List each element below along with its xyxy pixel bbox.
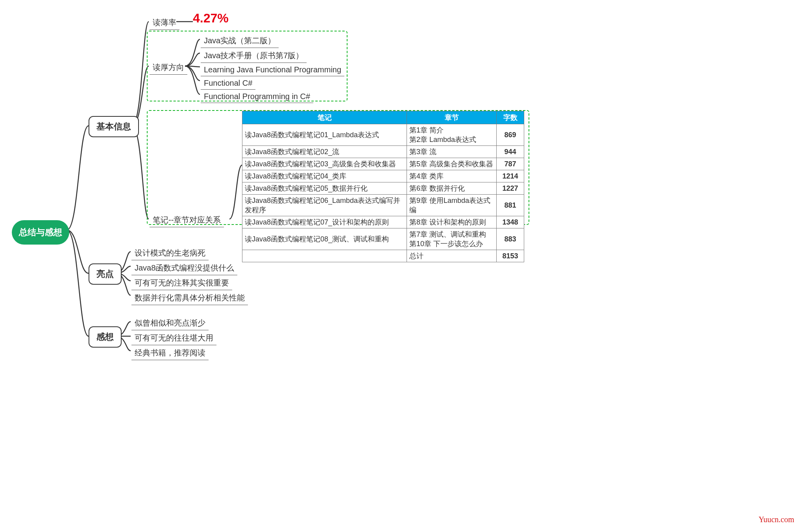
book-item: Functional C# (201, 77, 255, 90)
th-count: 字数 (497, 111, 524, 124)
cell-count: 883 (497, 228, 524, 250)
highlight-item: 设计模式的生老病死 (131, 246, 209, 260)
cell-note (242, 250, 407, 262)
book-item: Functional Programming in C# (201, 90, 313, 103)
cell-chapter: 第3章 流 (407, 146, 497, 158)
cell-chapter: 第4章 类库 (407, 170, 497, 182)
highlight-item: 数据并行化需具体分析相关性能 (131, 291, 248, 305)
highlights-group: 设计模式的生老病死 Java8函数式编程没提供什么 可有可无的注释其实很重要 数… (131, 245, 248, 306)
cell-count: 869 (497, 124, 524, 146)
cell-count: 8153 (497, 250, 524, 262)
book-item: Learning Java Functional Programming (201, 64, 344, 76)
cell-chapter: 第9章 使用Lambda表达式编 (407, 195, 497, 216)
thick-books-group: Java实战（第二版） Java技术手册（原书第7版） Learning Jav… (201, 33, 344, 104)
thought-item: 可有可无的往往堪大用 (131, 331, 216, 345)
table-row: 读Java8函数式编程笔记05_数据并行化第6章 数据并行化1227 (242, 182, 524, 195)
cell-note: 读Java8函数式编程笔记02_流 (242, 146, 407, 158)
cell-note: 读Java8函数式编程笔记08_测试、调试和重构 (242, 228, 407, 250)
cell-note: 读Java8函数式编程笔记06_Lambda表达式编写并发程序 (242, 195, 407, 216)
leaf-thin-rate-label: 读薄率 (150, 16, 179, 30)
table-row: 读Java8函数式编程笔记02_流第3章 流944 (242, 146, 524, 158)
table-row: 读Java8函数式编程笔记01_Lambda表达式第1章 简介 第2章 Lamb… (242, 124, 524, 146)
thoughts-group: 似曾相似和亮点渐少 可有可无的往往堪大用 经典书籍，推荐阅读 (131, 315, 216, 361)
cell-note: 读Java8函数式编程笔记07_设计和架构的原则 (242, 216, 407, 228)
th-chapter: 章节 (407, 111, 497, 124)
table-row: 读Java8函数式编程笔记08_测试、调试和重构第7章 测试、调试和重构 第10… (242, 228, 524, 250)
cell-chapter: 第5章 高级集合类和收集器 (407, 158, 497, 170)
branch-basic-info[interactable]: 基本信息 (89, 116, 139, 137)
cell-note: 读Java8函数式编程笔记04_类库 (242, 170, 407, 182)
cell-count: 881 (497, 195, 524, 216)
cell-chapter: 第6章 数据并行化 (407, 182, 497, 195)
cell-count: 1348 (497, 216, 524, 228)
thought-item: 似曾相似和亮点渐少 (131, 316, 209, 330)
highlight-item: Java8函数式编程没提供什么 (131, 261, 237, 275)
table-row: 读Java8函数式编程笔记07_设计和架构的原则第8章 设计和架构的原则1348 (242, 216, 524, 228)
cell-note: 读Java8函数式编程笔记03_高级集合类和收集器 (242, 158, 407, 170)
notes-chapter-table: 笔记 章节 字数 读Java8函数式编程笔记01_Lambda表达式第1章 简介… (242, 111, 524, 262)
cell-chapter: 第1章 简介 第2章 Lambda表达式 (407, 124, 497, 146)
table-row: 读Java8函数式编程笔记04_类库第4章 类库1214 (242, 170, 524, 182)
cell-count: 787 (497, 158, 524, 170)
cell-chapter: 第8章 设计和架构的原则 (407, 216, 497, 228)
thin-rate-value: 4.27% (193, 11, 229, 26)
table-total-row: 总计8153 (242, 250, 524, 262)
branch-thoughts[interactable]: 感想 (89, 326, 122, 348)
watermark: Yuucn.com (758, 515, 794, 524)
book-item: Java实战（第二版） (201, 34, 279, 48)
cell-note: 读Java8函数式编程笔记01_Lambda表达式 (242, 124, 407, 146)
table-row: 读Java8函数式编程笔记03_高级集合类和收集器第5章 高级集合类和收集器78… (242, 158, 524, 170)
cell-count: 944 (497, 146, 524, 158)
cell-count: 1227 (497, 182, 524, 195)
thought-item: 经典书籍，推荐阅读 (131, 346, 209, 360)
table-row: 读Java8函数式编程笔记06_Lambda表达式编写并发程序第9章 使用Lam… (242, 195, 524, 216)
cell-chapter: 总计 (407, 250, 497, 262)
root-node[interactable]: 总结与感想 (12, 220, 69, 245)
book-item: Java技术手册（原书第7版） (201, 49, 307, 63)
table-header-row: 笔记 章节 字数 (242, 111, 524, 124)
highlight-item: 可有可无的注释其实很重要 (131, 276, 232, 290)
cell-note: 读Java8函数式编程笔记05_数据并行化 (242, 182, 407, 195)
branch-highlights[interactable]: 亮点 (89, 263, 122, 285)
cell-chapter: 第7章 测试、调试和重构 第10章 下一步该怎么办 (407, 228, 497, 250)
cell-count: 1214 (497, 170, 524, 182)
th-note: 笔记 (242, 111, 407, 124)
